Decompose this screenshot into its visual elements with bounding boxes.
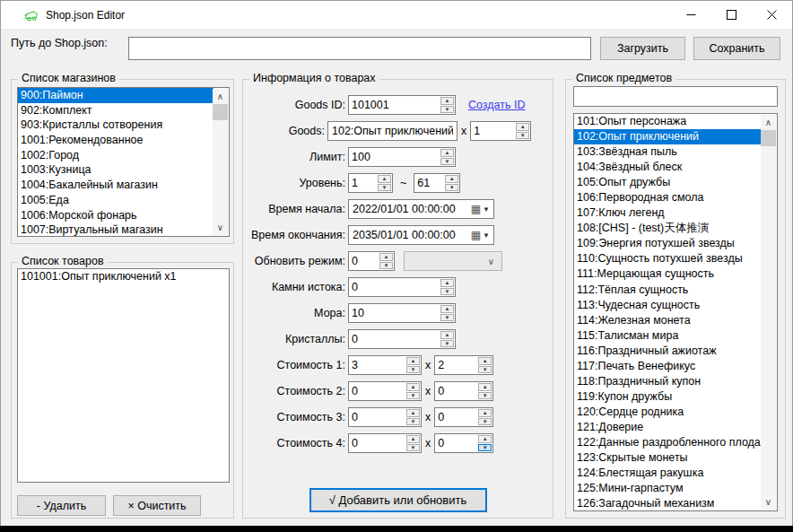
end-time-picker[interactable]: 2035/01/01 00:00:00 ▦ ▼ (348, 225, 494, 245)
cost-2-id-spinner[interactable]: ▲▼ (348, 381, 422, 401)
level-max-spinner[interactable]: ▲▼ (414, 173, 460, 193)
cost-4-id-input[interactable] (349, 434, 405, 452)
crystals-input[interactable] (349, 330, 440, 348)
item-list-item[interactable]: 108:[CHS] - (test)天体推演 (574, 221, 762, 236)
cost-4-count-spinner[interactable]: ▲▼ (434, 433, 493, 453)
spin-up-icon[interactable]: ▲ (478, 435, 492, 443)
dropdown-arrow-icon[interactable]: ▼ (483, 205, 490, 214)
cost-3-id-spinner[interactable]: ▲▼ (348, 407, 422, 427)
scrollbar-thumb[interactable] (213, 104, 228, 120)
shop-list-item[interactable]: 1007:Виртуальный магазин (18, 222, 214, 237)
goods-count-spinner[interactable]: ▲▼ (470, 121, 531, 141)
refresh-mode-input[interactable] (349, 252, 379, 270)
cost-3-id-input[interactable] (349, 408, 405, 426)
spin-down-icon[interactable]: ▼ (378, 184, 391, 192)
cart-list-item[interactable]: 101001:Опыт приключений x1 (18, 269, 229, 284)
items-scrollbar[interactable]: ∧ ∨ (761, 115, 776, 510)
goods-count-input[interactable] (471, 122, 515, 140)
item-list-item[interactable]: 112:Тёплая сущность (574, 283, 762, 298)
spin-down-icon[interactable]: ▼ (406, 392, 420, 400)
save-button[interactable]: Сохранить (693, 37, 780, 60)
begin-time-picker[interactable]: 2022/01/01 00:00:00 ▦ ▼ (348, 199, 494, 219)
item-list-item[interactable]: 118:Праздничный купон (574, 374, 762, 389)
spin-down-icon[interactable]: ▼ (478, 366, 492, 374)
item-list-item[interactable]: 116:Праздничный ажиотаж (574, 344, 762, 359)
spin-up-icon[interactable]: ▲ (406, 383, 420, 391)
cost-1-count-spinner[interactable]: ▲▼ (434, 355, 493, 375)
cost-3-count-spinner[interactable]: ▲▼ (434, 407, 493, 427)
item-list-item[interactable]: 114:Железная монета (574, 313, 762, 328)
item-list-item[interactable]: 107:Ключ легенд (574, 205, 762, 221)
item-list-item[interactable]: 120:Сердце родника (574, 405, 762, 420)
shop-list-item[interactable]: 1002:Город (18, 148, 214, 163)
item-list-item[interactable]: 115:Талисман мира (574, 328, 762, 344)
item-list-item[interactable]: 106:Первородная смола (574, 190, 762, 205)
spin-up-icon[interactable]: ▲ (406, 409, 420, 417)
spin-up-icon[interactable]: ▲ (516, 123, 529, 131)
clear-button[interactable]: × Очистить (113, 495, 201, 516)
spin-up-icon[interactable]: ▲ (440, 331, 454, 339)
spin-down-icon[interactable]: ▼ (440, 314, 454, 322)
scroll-down-icon[interactable]: ∨ (213, 220, 228, 235)
spin-up-icon[interactable]: ▲ (440, 97, 454, 105)
item-list-item[interactable]: 117:Печать Венефикус (574, 359, 762, 374)
shop-list-item[interactable]: 903:Кристаллы сотворения (18, 118, 214, 133)
cost-1-id-spinner[interactable]: ▲▼ (348, 355, 422, 375)
create-id-link[interactable]: Создать ID (468, 99, 525, 111)
limit-spinner[interactable]: ▲▼ (348, 147, 456, 167)
spin-up-icon[interactable]: ▲ (406, 435, 420, 443)
spin-down-icon[interactable]: ▼ (406, 366, 420, 374)
spin-up-icon[interactable]: ▲ (478, 409, 492, 417)
shops-scrollbar[interactable]: ∧ ∨ (213, 89, 228, 235)
shop-list-item[interactable]: 1006:Морской фонарь (18, 208, 214, 223)
cart-list[interactable]: 101001:Опыт приключений x1 (17, 268, 230, 483)
spin-up-icon[interactable]: ▲ (440, 305, 454, 313)
item-list-item[interactable]: 110:Сущность потухшей звезды (574, 251, 762, 266)
items-list[interactable]: 101:Опыт персонажа102:Опыт приключений10… (573, 113, 778, 511)
item-list-item[interactable]: 121:Доверие (574, 420, 762, 435)
item-list-item[interactable]: 113:Чудесная сущность (574, 298, 762, 313)
maximize-button[interactable] (711, 1, 752, 29)
spin-down-icon[interactable]: ▼ (440, 158, 454, 166)
path-input[interactable] (128, 37, 591, 60)
shop-list-item[interactable]: 1001:Рекомендованное (18, 133, 214, 148)
cost-1-id-input[interactable] (349, 356, 405, 374)
scrollbar-thumb[interactable] (761, 130, 776, 146)
item-list-item[interactable]: 123:Скрытые монеты (574, 450, 762, 466)
minimize-button[interactable] (671, 1, 711, 29)
refresh-mode-combobox[interactable]: ∨ (404, 251, 502, 271)
level-max-input[interactable] (414, 174, 444, 192)
shops-list[interactable]: 900:Паймон902:Комплект903:Кристаллы сотв… (17, 87, 230, 237)
item-list-item[interactable]: 109:Энергия потухшей звезды (574, 236, 762, 251)
spin-up-icon[interactable]: ▲ (478, 357, 492, 365)
item-list-item[interactable]: 124:Блестящая ракушка (574, 466, 762, 481)
cost-2-count-input[interactable] (435, 382, 477, 400)
spin-down-icon[interactable]: ▼ (379, 262, 393, 270)
primogems-spinner[interactable]: ▲▼ (348, 277, 456, 297)
dropdown-arrow-icon[interactable]: ▼ (483, 231, 490, 240)
refresh-mode-spinner[interactable]: ▲▼ (348, 251, 395, 271)
spin-down-icon[interactable]: ▼ (440, 340, 454, 348)
spin-down-icon[interactable]: ▼ (406, 444, 420, 452)
item-list-item[interactable]: 104:Звёздный блеск (574, 160, 762, 175)
spin-down-icon[interactable]: ▼ (478, 392, 492, 400)
spin-up-icon[interactable]: ▲ (445, 175, 458, 183)
close-button[interactable] (752, 1, 792, 29)
scroll-up-icon[interactable]: ∧ (213, 89, 228, 104)
spin-down-icon[interactable]: ▼ (478, 444, 492, 452)
item-list-item[interactable]: 101:Опыт персонажа (574, 114, 762, 129)
cost-2-id-input[interactable] (349, 382, 405, 400)
goods-input[interactable] (327, 121, 458, 141)
shop-list-item[interactable]: 900:Паймон (18, 88, 214, 103)
spin-down-icon[interactable]: ▼ (445, 184, 458, 192)
item-list-item[interactable]: 122:Данные раздробленного плода (574, 435, 762, 450)
add-or-update-button[interactable]: √ Добавить или обновить (309, 488, 487, 512)
spin-down-icon[interactable]: ▼ (440, 106, 454, 114)
item-list-item[interactable]: 119:Купон дружбы (574, 389, 762, 405)
item-list-item[interactable]: 125:Мини-гарпастум (574, 481, 762, 496)
cost-1-count-input[interactable] (435, 356, 477, 374)
item-list-item[interactable]: 103:Звёздная пыль (574, 144, 762, 160)
spin-up-icon[interactable]: ▲ (440, 279, 454, 287)
items-search-input[interactable] (573, 86, 778, 107)
spin-up-icon[interactable]: ▲ (478, 383, 492, 391)
